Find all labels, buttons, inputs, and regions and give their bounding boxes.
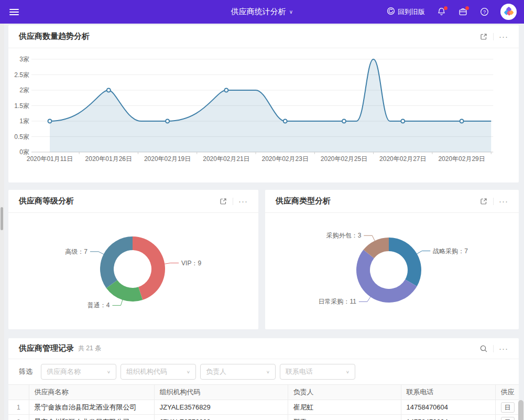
svg-text:VIP：9: VIP：9 (181, 260, 201, 267)
filter-org-code-select[interactable]: 组织机构代码 ∨ (121, 364, 196, 380)
select-placeholder: 联系电话 (286, 367, 346, 376)
topbar-actions: 回到旧版 ? (387, 4, 524, 20)
chevron-down-icon: ∨ (346, 370, 350, 374)
svg-text:0.5家: 0.5家 (14, 133, 29, 141)
svg-text:战略采购：7: 战略采购：7 (433, 247, 468, 255)
table-row[interactable]: 2 景宁畲川和顺农业发展有限公司 JZYALE3576829 邵雷 147584… (8, 415, 519, 420)
svg-text:2.5家: 2.5家 (14, 71, 29, 79)
table-row[interactable]: 1 景宁畲族自治县阳龙酒业有限公司 JZYALE3576829 崔尼虹 1475… (8, 400, 519, 415)
record-count: 共 21 条 (78, 344, 101, 353)
svg-text:高级：7: 高级：7 (65, 248, 88, 255)
svg-text:2020年01月11日: 2020年01月11日 (27, 155, 73, 163)
back-to-old-version-button[interactable]: 回到旧版 (387, 7, 425, 17)
org-code-cell: JZYALE3576829 (154, 400, 288, 415)
brand-logo-icon (503, 6, 515, 18)
table-card-title: 供应商管理记录 (19, 343, 74, 353)
help-icon: ? (480, 7, 489, 16)
more-icon[interactable]: ··· (238, 197, 248, 205)
level-card-title: 供应商等级分析 (19, 196, 74, 206)
divider (493, 345, 494, 352)
export-icon[interactable] (479, 197, 488, 206)
column-header: 组织机构代码 (154, 385, 288, 400)
menu-icon[interactable] (9, 7, 19, 17)
svg-text:2020年02月27日: 2020年02月27日 (379, 155, 426, 163)
more-icon[interactable]: ··· (499, 33, 508, 40)
chevron-down-icon: ∨ (266, 370, 270, 374)
page-title: 供应商统计分析 (231, 7, 286, 17)
phone-cell: 14758470604 (401, 400, 495, 415)
svg-text:普通：4: 普通：4 (88, 301, 110, 309)
trend-card: 供应商数量趋势分析 ··· 0家0.5家1家1.5家2家2.5家3家2020年0… (8, 25, 519, 182)
search-icon[interactable] (479, 344, 488, 353)
left-scrollbar-track (0, 24, 4, 420)
type-card-title: 供应商类型分析 (276, 196, 331, 206)
more-icon[interactable]: ··· (499, 197, 508, 205)
top-bar: 供应商统计分析 ∨ 回到旧版 ? (0, 0, 524, 24)
notification-badge (444, 6, 447, 10)
return-old-version-icon (387, 7, 395, 17)
type-card: 供应商类型分析 ··· 战略采购：7日常采购：11采购外包：3 (265, 190, 519, 329)
notifications-button[interactable] (436, 7, 446, 17)
help-button[interactable]: ? (479, 7, 489, 17)
svg-text:2020年01月26日: 2020年01月26日 (85, 155, 132, 163)
row-index: 1 (8, 400, 29, 415)
dashboard-content: 供应商数量趋势分析 ··· 0家0.5家1家1.5家2家2.5家3家2020年0… (0, 24, 524, 420)
type-tag: 日 (501, 417, 515, 420)
svg-text:2家: 2家 (19, 87, 29, 94)
divider (233, 198, 233, 205)
org-code-cell: JZYALE3576829 (154, 415, 288, 420)
filter-label: 筛选 (19, 367, 32, 376)
column-header: 供应商名称 (29, 385, 154, 400)
filter-phone-select[interactable]: 联系电话 ∨ (280, 364, 355, 380)
workbench-badge (465, 6, 469, 10)
svg-text:2020年02月23日: 2020年02月23日 (262, 155, 309, 163)
supplier-name-cell: 景宁畲川和顺农业发展有限公司 (29, 415, 154, 420)
svg-text:2020年02月19日: 2020年02月19日 (144, 155, 191, 163)
trend-line-chart: 0家0.5家1家1.5家2家2.5家3家2020年01月11日2020年01月2… (8, 52, 510, 165)
level-donut-chart: VIP：9普通：4高级：7 (8, 213, 258, 329)
select-placeholder: 组织机构代码 (126, 367, 187, 376)
export-icon[interactable] (219, 197, 227, 206)
select-placeholder: 供应商名称 (47, 367, 107, 376)
filter-owner-select[interactable]: 负责人 ∨ (200, 364, 276, 380)
row-index: 2 (8, 415, 29, 420)
select-placeholder: 负责人 (206, 367, 266, 376)
chevron-down-icon: ∨ (107, 370, 111, 374)
workbench-button[interactable] (457, 7, 468, 17)
owner-cell: 邵雷 (288, 415, 401, 420)
level-card: 供应商等级分析 ··· VIP：9普通：4高级：7 (8, 190, 258, 329)
owner-cell: 崔尼虹 (288, 400, 401, 415)
svg-text:2020年02月29日: 2020年02月29日 (438, 155, 485, 163)
type-donut-chart: 战略采购：7日常采购：11采购外包：3 (265, 213, 518, 329)
trend-card-title: 供应商数量趋势分析 (19, 31, 90, 41)
svg-text:2020年02月25日: 2020年02月25日 (321, 155, 367, 163)
svg-text:?: ? (483, 9, 485, 15)
page-title-dropdown[interactable]: 供应商统计分析 ∨ (231, 7, 293, 17)
svg-text:日常采购：11: 日常采购：11 (318, 298, 356, 305)
page-scrollbar-thumb[interactable] (518, 400, 523, 420)
phone-cell: 14758470604 (401, 415, 495, 420)
column-header: 负责人 (288, 385, 401, 400)
type-cell: 日 (495, 400, 519, 415)
supplier-table: 供应商名称 组织机构代码 负责人 联系电话 供应 1 景宁畲族自治县阳龙酒业有限… (8, 384, 519, 420)
index-column-header (8, 385, 29, 400)
export-icon[interactable] (479, 33, 488, 41)
filter-supplier-name-select[interactable]: 供应商名称 ∨ (41, 364, 116, 380)
divider (493, 33, 494, 40)
supplier-name-cell: 景宁畲族自治县阳龙酒业有限公司 (29, 400, 154, 415)
avatar[interactable] (500, 4, 517, 20)
svg-text:3家: 3家 (19, 56, 29, 63)
svg-text:1家: 1家 (19, 117, 29, 125)
table-header-row: 供应商名称 组织机构代码 负责人 联系电话 供应 (8, 385, 519, 400)
chevron-down-icon: ∨ (187, 370, 190, 374)
filter-bar: 筛选 供应商名称 ∨ 组织机构代码 ∨ 负责人 ∨ 联系电话 ∨ (8, 359, 519, 384)
svg-text:0家: 0家 (19, 148, 29, 156)
column-header: 供应 (495, 385, 519, 400)
chevron-down-icon: ∨ (289, 9, 293, 15)
svg-text:2020年02月21日: 2020年02月21日 (203, 155, 249, 163)
divider (493, 198, 494, 205)
left-scrollbar-thumb[interactable] (1, 207, 3, 230)
more-icon[interactable]: ··· (499, 344, 508, 352)
svg-text:采购外包：3: 采购外包：3 (326, 232, 362, 239)
type-cell: 日 (495, 415, 519, 420)
